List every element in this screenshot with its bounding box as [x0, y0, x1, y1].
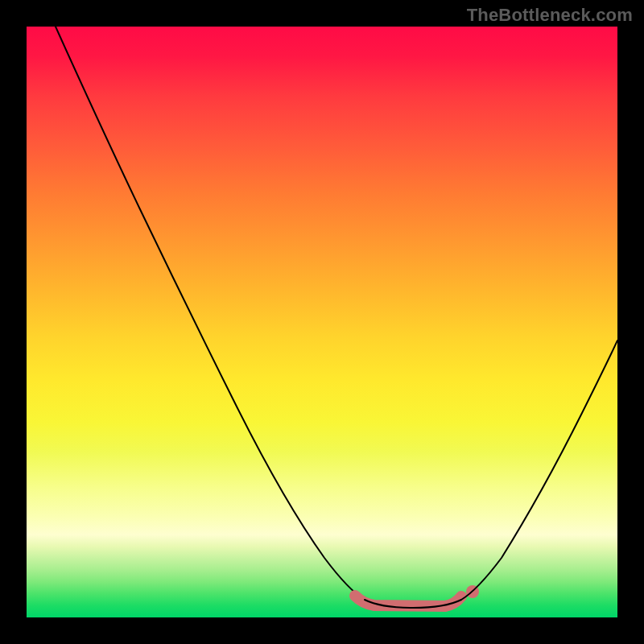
- chart-svg: [27, 27, 617, 617]
- watermark-text: TheBottleneck.com: [467, 5, 633, 26]
- chart-frame: TheBottleneck.com: [0, 0, 644, 644]
- left-curve-line: [56, 27, 365, 600]
- plot-area: [27, 27, 617, 617]
- right-curve-line: [461, 341, 617, 600]
